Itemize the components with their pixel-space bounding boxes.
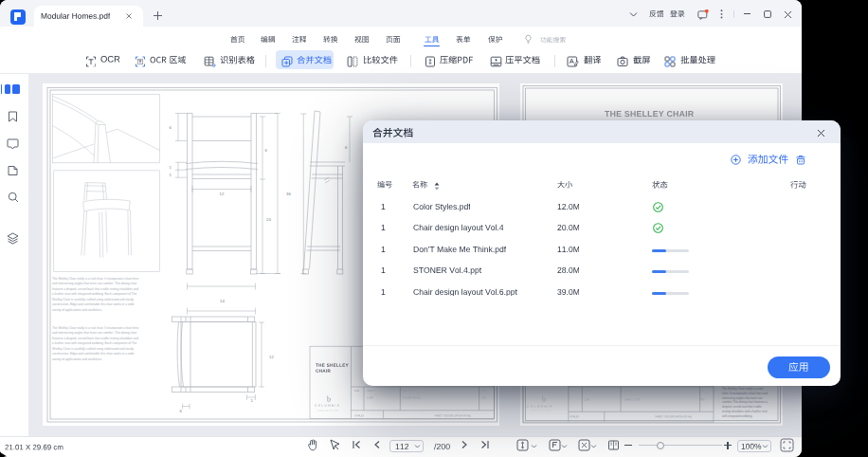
svg-text:construction. Edge and comfort: construction. Edge and comfortable this … bbox=[52, 352, 135, 356]
svg-text:1: 1 bbox=[251, 398, 254, 403]
svg-text:chair. It incorporates clean l: chair. It incorporates clean lines and bbox=[722, 392, 768, 395]
svg-text:12: 12 bbox=[269, 355, 274, 359]
svg-text:1: 1 bbox=[170, 165, 172, 170]
svg-text:6: 6 bbox=[180, 409, 183, 413]
svg-text:draped, curved seat that cradl: draped, curved seat that cradle bbox=[722, 405, 762, 409]
svg-text:features a draped, curved back: features a draped, curved back that crad… bbox=[52, 337, 138, 340]
svg-text:6: 6 bbox=[170, 125, 172, 130]
svg-text:The Shelley Chair really is a: The Shelley Chair really is a real bbox=[722, 387, 764, 391]
svg-text:Shelley Chair is carefully cra: Shelley Chair is carefully crafted using… bbox=[52, 347, 134, 351]
svg-text:6: 6 bbox=[345, 145, 348, 150]
svg-text:construction. Edge and comfort: construction. Edge and comfortable this … bbox=[52, 302, 135, 306]
svg-text:24: 24 bbox=[266, 217, 271, 222]
svg-text:and intersecting angles that m: and intersecting angles that most can co… bbox=[52, 282, 137, 285]
svg-text:a leather seat with integrated: a leather seat with integrated webbing. … bbox=[52, 292, 136, 296]
svg-text:features a draped, curved back: features a draped, curved back that crad… bbox=[52, 287, 138, 291]
svg-text:comfort. This dining chair fea: comfort. This dining chair features a bbox=[722, 400, 768, 404]
svg-text:36: 36 bbox=[286, 192, 291, 196]
svg-text:6: 6 bbox=[265, 148, 268, 153]
svg-text:interesting angles that most c: interesting angles that most can bbox=[722, 396, 763, 400]
svg-text:12: 12 bbox=[220, 192, 225, 196]
svg-text:a leather seat with integrated: a leather seat with integrated webbing. … bbox=[52, 341, 136, 345]
svg-text:variety of applications and ae: variety of applications and aesthetics. bbox=[52, 357, 102, 361]
svg-text:with integrated webbing.: with integrated webbing. bbox=[722, 414, 753, 418]
svg-text:and intersecting angles that m: and intersecting angles that most can co… bbox=[52, 331, 137, 335]
svg-text:14: 14 bbox=[220, 299, 225, 303]
svg-text:Shelley Chair is carefully cra: Shelley Chair is carefully crafted using… bbox=[52, 298, 134, 302]
svg-text:The Shelley Chair really is a: The Shelley Chair really is a real chair… bbox=[52, 277, 139, 281]
svg-text:resting shoulders and a leathe: resting shoulders and a leather seat bbox=[722, 410, 768, 413]
svg-text:1: 1 bbox=[170, 173, 172, 177]
svg-text:variety of applications and ae: variety of applications and aesthetics. bbox=[52, 308, 102, 312]
svg-text:The Shelley Chair really is a: The Shelley Chair really is a real chair… bbox=[52, 326, 139, 330]
